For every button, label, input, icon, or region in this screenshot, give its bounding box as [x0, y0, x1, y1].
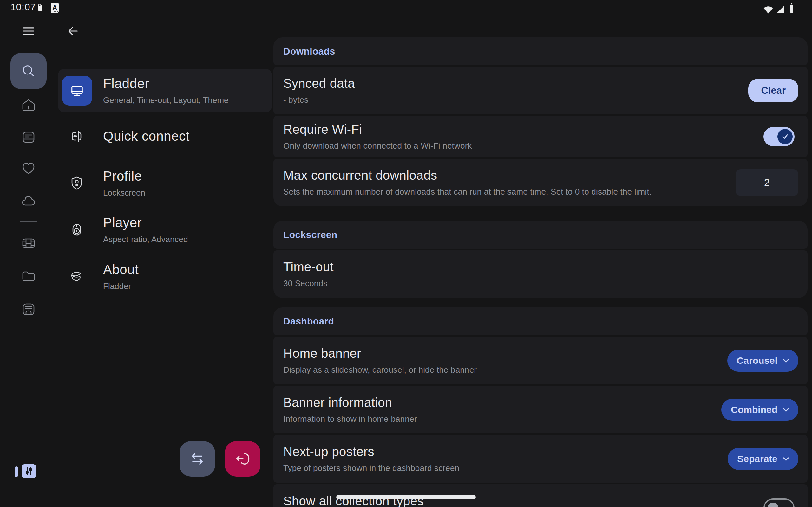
nav-item-title: About	[103, 262, 139, 277]
player-icon	[69, 222, 84, 237]
section-header-downloads: Downloads	[273, 38, 808, 65]
rail-item-folders[interactable]	[21, 269, 36, 284]
heart-icon	[21, 161, 36, 176]
setting-title: Time-out	[283, 260, 798, 274]
section-header-lockscreen: Lockscreen	[273, 221, 808, 249]
setting-title: Require Wi-Fi	[283, 122, 763, 136]
show-all-collection-types-toggle[interactable]	[763, 498, 795, 507]
status-bar: 10:07 A	[0, 0, 812, 15]
hamburger-menu-icon[interactable]	[21, 24, 36, 38]
sd-card-icon	[36, 2, 44, 13]
quick-connect-icon	[69, 129, 84, 144]
nav-item-fladder[interactable]: Fladder General, Time-out, Layout, Theme	[58, 69, 272, 112]
check-icon	[781, 132, 789, 141]
setting-row-time-out[interactable]: Time-out 30 Seconds	[273, 250, 808, 298]
require-wifi-toggle[interactable]	[763, 127, 795, 146]
status-time: 10:07	[10, 2, 36, 12]
nav-item-title: Profile	[103, 169, 145, 184]
nav-item-title: Quick connect	[103, 129, 190, 144]
folder-icon	[21, 269, 36, 284]
setting-row-max-concurrent-downloads[interactable]: Max concurrent downloads Sets the maximu…	[273, 159, 808, 206]
switch-server-fab[interactable]	[180, 441, 215, 476]
dropdown-value: Combined	[731, 404, 777, 415]
rail-divider	[20, 222, 38, 222]
setting-row-require-wifi[interactable]: Require Wi-Fi Only download when connect…	[273, 116, 808, 157]
cloud-icon	[21, 193, 36, 209]
search-icon	[20, 63, 37, 79]
rail-item-home[interactable]	[21, 98, 36, 113]
setting-title: Synced data	[283, 76, 748, 91]
setting-row-home-banner[interactable]: Home banner Display as a slideshow, caro…	[273, 337, 808, 384]
chevron-down-icon	[782, 356, 790, 365]
home-banner-dropdown[interactable]: Carousel	[727, 349, 798, 372]
rail-item-movies[interactable]	[21, 236, 36, 251]
nav-item-player[interactable]: Player Aspect-ratio, Advanced	[58, 207, 272, 252]
setting-subtitle: Only download when connected to a Wi-Fi …	[283, 141, 763, 151]
rail-item-collections[interactable]	[21, 302, 36, 317]
setting-title: Banner information	[283, 395, 721, 410]
next-up-posters-dropdown[interactable]: Separate	[728, 448, 798, 470]
setting-subtitle: Sets the maximum number of downloads tha…	[283, 187, 735, 197]
rail-selected-indicator	[14, 466, 18, 477]
logout-fab[interactable]	[225, 441, 260, 476]
nav-item-title: Fladder	[103, 76, 229, 91]
section-header-label: Lockscreen	[283, 229, 338, 240]
nav-item-subtitle: Fladder	[103, 281, 139, 291]
nav-item-about[interactable]: About Fladder	[58, 253, 272, 299]
nav-item-profile[interactable]: Profile Lockscreen	[58, 160, 272, 206]
a-app-icon: A	[51, 3, 59, 13]
setting-title: Next-up posters	[283, 445, 728, 459]
logout-icon	[235, 451, 251, 467]
rail-item-library[interactable]	[21, 130, 36, 145]
film-icon	[21, 236, 36, 251]
fladder-logo-icon	[69, 269, 84, 284]
nav-item-quick-connect[interactable]: Quick connect	[58, 114, 272, 158]
section-header-dashboard: Dashboard	[273, 307, 808, 335]
clear-button[interactable]: Clear	[748, 79, 798, 102]
nav-item-subtitle: Lockscreen	[103, 188, 145, 198]
cellular-signal-icon	[777, 4, 785, 14]
rail-item-settings[interactable]	[21, 464, 36, 478]
max-downloads-value[interactable]: 2	[735, 169, 798, 196]
monitor-icon	[62, 76, 92, 106]
setting-subtitle: Information to show in home banner	[283, 414, 721, 424]
banner-information-dropdown[interactable]: Combined	[721, 399, 798, 421]
library-icon	[21, 130, 36, 145]
chevron-down-icon	[782, 406, 790, 414]
back-arrow-icon[interactable]	[65, 24, 79, 38]
fladder-settings-screen: 10:07 A	[0, 0, 812, 507]
home-icon	[21, 98, 36, 113]
nav-item-subtitle: General, Time-out, Layout, Theme	[103, 95, 229, 105]
setting-title: Max concurrent downloads	[283, 168, 735, 182]
swap-horizontal-icon	[189, 451, 206, 467]
dropdown-value: Separate	[737, 453, 777, 464]
nav-item-title: Player	[103, 215, 188, 230]
collections-icon	[21, 302, 36, 317]
setting-subtitle: Display as a slideshow, carousel, or hid…	[283, 365, 727, 375]
chevron-down-icon	[782, 455, 790, 463]
wifi-icon	[763, 4, 774, 14]
nav-item-subtitle: Aspect-ratio, Advanced	[103, 234, 188, 244]
tune-icon	[23, 465, 35, 477]
setting-row-next-up-posters[interactable]: Next-up posters Type of posters shown in…	[273, 435, 808, 483]
setting-row-synced-data[interactable]: Synced data - bytes Clear	[273, 67, 808, 114]
section-header-label: Downloads	[283, 46, 335, 57]
setting-subtitle: 30 Seconds	[283, 279, 798, 288]
dropdown-value: Carousel	[737, 355, 777, 366]
rail-item-favorites[interactable]	[21, 161, 36, 176]
rail-item-sync[interactable]	[21, 193, 36, 209]
setting-subtitle: Type of posters shown in the dashboard s…	[283, 463, 728, 473]
setting-title: Home banner	[283, 346, 727, 360]
shield-person-icon	[69, 176, 84, 191]
section-header-label: Dashboard	[283, 316, 334, 327]
rail-item-search[interactable]	[10, 53, 47, 89]
battery-icon	[789, 3, 795, 14]
gesture-navigation-bar[interactable]	[336, 495, 476, 499]
setting-row-banner-information[interactable]: Banner information Information to show i…	[273, 386, 808, 434]
setting-subtitle: - bytes	[283, 95, 748, 105]
